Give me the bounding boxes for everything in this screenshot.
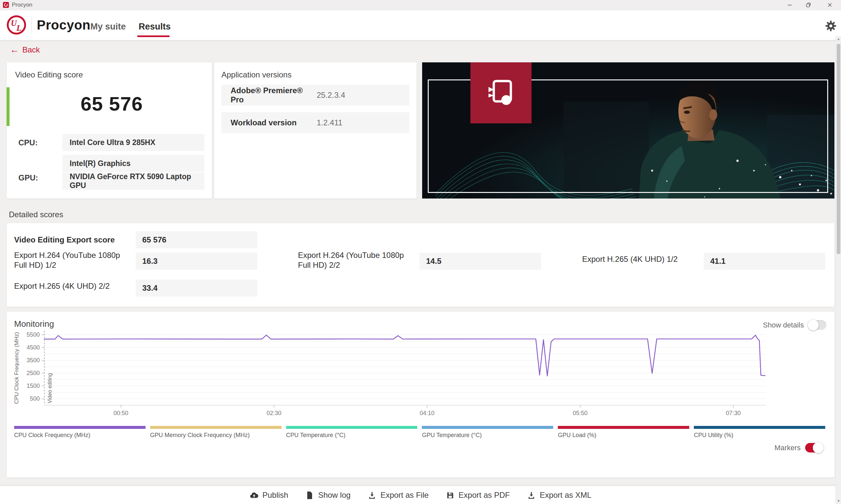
close-button[interactable] bbox=[822, 0, 837, 10]
legend-label: GPU Temperature (°C) bbox=[422, 432, 553, 439]
video-editing-score-card: Video Editing score 65 576 CPU: Intel Co… bbox=[6, 62, 212, 199]
active-tab-underline bbox=[137, 35, 170, 37]
svg-text:L: L bbox=[16, 24, 21, 33]
score-accent-bar bbox=[6, 87, 10, 126]
detailed-scores-card: Video Editing Export score 65 576 Export… bbox=[6, 223, 835, 307]
video-editing-badge bbox=[470, 62, 532, 123]
benchmark-hero-image bbox=[422, 62, 835, 199]
video-camera-icon bbox=[485, 77, 517, 109]
legend-swatch bbox=[150, 426, 281, 429]
save-icon bbox=[446, 491, 455, 500]
legend-swatch bbox=[558, 426, 689, 429]
tab-my-suite[interactable]: My suite bbox=[90, 22, 126, 32]
legend-label: GPU Load (%) bbox=[558, 432, 689, 439]
export-xml-button[interactable]: Export as XML bbox=[527, 490, 591, 500]
procyon-app-window: Procyon U L Procyon My suite Results bbox=[0, 0, 841, 504]
chart-legend: CPU Clock Frequency (MHz) GPU Memory Clo… bbox=[14, 426, 825, 439]
app-header: U L Procyon My suite Results bbox=[0, 10, 841, 40]
svg-text:Video editing: Video editing bbox=[47, 373, 53, 403]
legend-item[interactable]: GPU Memory Clock Frequency (MHz) bbox=[150, 426, 281, 439]
version-row: Workload version 1.2.411 bbox=[221, 112, 409, 133]
download-icon bbox=[527, 491, 536, 500]
scrollbar-thumb[interactable] bbox=[837, 44, 840, 254]
brand-title: Procyon bbox=[37, 18, 91, 33]
legend-label: CPU Clock Frequency (MHz) bbox=[14, 432, 145, 439]
back-button[interactable]: ← Back bbox=[10, 45, 40, 54]
markers-row: Markers bbox=[775, 443, 823, 452]
legend-label: GPU Memory Clock Frequency (MHz) bbox=[150, 432, 281, 439]
back-arrow-icon: ← bbox=[10, 46, 19, 54]
show-details-label: Show details bbox=[763, 321, 804, 329]
legend-item[interactable]: GPU Load (%) bbox=[558, 426, 689, 439]
detail-label: Export H.265 (4K UHD) 2/2 bbox=[14, 281, 110, 291]
scroll-up-icon[interactable]: ▲ bbox=[836, 36, 841, 42]
monitoring-chart[interactable]: 50015002500350045005500CPU Clock Frequen… bbox=[13, 331, 775, 429]
svg-text:04:10: 04:10 bbox=[420, 410, 435, 416]
legend-item[interactable]: GPU Temperature (°C) bbox=[422, 426, 553, 439]
export-file-button[interactable]: Export as File bbox=[367, 490, 429, 500]
legend-swatch bbox=[286, 426, 417, 429]
cpu-value: Intel Core Ultra 9 285HX bbox=[63, 134, 204, 151]
gpu-label: GPU: bbox=[18, 173, 38, 182]
divider bbox=[32, 16, 32, 34]
ul-logo-icon: U L bbox=[6, 15, 26, 35]
svg-text:1500: 1500 bbox=[27, 383, 40, 389]
version-row: Adobe® Premiere® Pro 25.2.3.4 bbox=[221, 85, 409, 106]
markers-label: Markers bbox=[775, 444, 801, 452]
gpu-value-1: Intel(R) Graphics bbox=[63, 155, 204, 172]
svg-text:05:50: 05:50 bbox=[573, 410, 588, 416]
svg-text:00:50: 00:50 bbox=[113, 410, 128, 416]
cloud-upload-icon bbox=[250, 491, 259, 500]
show-details-row: Show details bbox=[763, 320, 826, 330]
version-label: Workload version bbox=[230, 118, 317, 127]
detail-label: Export H.264 (YouTube 1080p Full HD) 1/2 bbox=[14, 250, 129, 270]
gear-icon[interactable] bbox=[825, 20, 836, 32]
svg-text:CPU Clock Frequency (MHz): CPU Clock Frequency (MHz) bbox=[14, 332, 20, 404]
download-icon bbox=[367, 491, 377, 500]
svg-text:02:30: 02:30 bbox=[267, 410, 281, 416]
score-card-title: Video Editing score bbox=[15, 70, 83, 79]
cpu-label: CPU: bbox=[18, 138, 38, 147]
detail-label: Export H.264 (YouTube 1080p Full HD) 2/2 bbox=[298, 250, 413, 270]
titlebar: Procyon bbox=[0, 0, 841, 10]
export-pdf-label: Export as PDF bbox=[459, 490, 510, 500]
legend-label: CPU Utility (%) bbox=[694, 432, 825, 439]
svg-text:2500: 2500 bbox=[27, 370, 40, 376]
export-file-label: Export as File bbox=[380, 490, 429, 500]
detail-value: 14.5 bbox=[419, 253, 541, 270]
overall-score-value: 65 576 bbox=[43, 92, 181, 115]
legend-item[interactable]: CPU Utility (%) bbox=[694, 426, 825, 439]
publish-label: Publish bbox=[262, 490, 289, 500]
show-log-button[interactable]: Show log bbox=[305, 490, 350, 500]
show-log-label: Show log bbox=[318, 490, 350, 500]
version-value: 1.2.411 bbox=[317, 118, 342, 127]
svg-text:5500: 5500 bbox=[27, 331, 40, 338]
monitoring-card: Monitoring Show details 5001500250035004… bbox=[6, 312, 835, 478]
detail-main-value: 65 576 bbox=[136, 231, 257, 248]
detail-main-label: Video Editing Export score bbox=[14, 235, 115, 245]
legend-swatch bbox=[14, 426, 145, 429]
markers-toggle[interactable] bbox=[805, 443, 823, 452]
detail-value: 16.3 bbox=[136, 253, 257, 270]
versions-card-title: Application versions bbox=[221, 70, 291, 79]
legend-label: CPU Temperature (°C) bbox=[286, 432, 417, 439]
minimize-icon bbox=[787, 2, 792, 7]
svg-text:07:30: 07:30 bbox=[726, 410, 741, 416]
document-icon bbox=[305, 491, 314, 500]
legend-item[interactable]: CPU Temperature (°C) bbox=[286, 426, 417, 439]
show-details-toggle[interactable] bbox=[808, 320, 826, 330]
restore-icon bbox=[806, 2, 811, 7]
minimize-button[interactable] bbox=[782, 0, 797, 10]
vertical-scrollbar[interactable]: ▲ ▼ bbox=[836, 36, 841, 504]
app-logo-icon bbox=[3, 2, 9, 8]
footer-toolbar: Publish Show log Export as File Export a… bbox=[0, 486, 841, 504]
restore-button[interactable] bbox=[801, 0, 816, 10]
export-pdf-button[interactable]: Export as PDF bbox=[446, 490, 510, 500]
scroll-down-icon[interactable]: ▼ bbox=[836, 498, 841, 504]
application-versions-card: Application versions Adobe® Premiere® Pr… bbox=[214, 62, 416, 199]
legend-item[interactable]: CPU Clock Frequency (MHz) bbox=[14, 426, 145, 439]
tab-results[interactable]: Results bbox=[139, 22, 171, 32]
export-xml-label: Export as XML bbox=[540, 490, 591, 500]
publish-button[interactable]: Publish bbox=[250, 490, 289, 500]
back-label: Back bbox=[22, 45, 40, 54]
